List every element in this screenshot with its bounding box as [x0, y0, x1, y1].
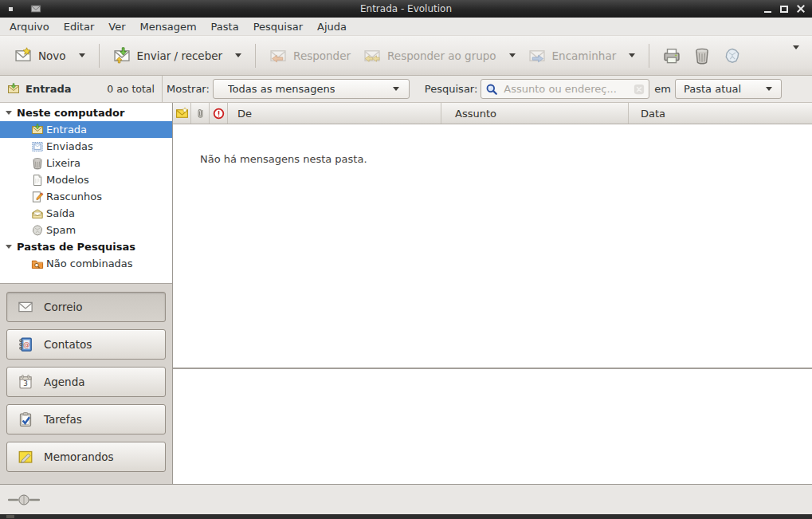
menu-mensagem[interactable]: Mensagem — [133, 18, 204, 35]
mail-icon — [18, 299, 33, 315]
new-button[interactable]: Novo — [8, 42, 92, 69]
sent-icon — [31, 140, 44, 153]
folder-lixeira[interactable]: Lixeira — [0, 155, 172, 171]
reply-icon — [269, 47, 287, 65]
status-bar — [0, 484, 812, 514]
toolbar-overflow-button[interactable] — [782, 43, 804, 68]
message-list-pane: De Assunto Data Não há mensagens nesta p… — [173, 103, 812, 484]
folder-rascunhos[interactable]: Rascunhos — [0, 188, 172, 205]
new-mail-icon — [14, 47, 32, 65]
expander-icon[interactable] — [6, 111, 12, 115]
bottom-strip-dot — [6, 515, 14, 518]
folder-label: Saída — [46, 207, 75, 219]
print-button[interactable] — [657, 42, 687, 69]
search-scope-value: Pasta atual — [684, 83, 741, 95]
column-attachment[interactable] — [191, 103, 210, 124]
tree-group-pastas-de-pesquisas[interactable]: Pastas de Pesquisas — [0, 238, 172, 255]
switcher-tarefas-button[interactable]: Tarefas — [6, 404, 166, 434]
column-data[interactable]: Data — [629, 103, 812, 124]
folder-enviadas[interactable]: Enviadas — [0, 138, 172, 155]
templates-icon — [31, 174, 44, 187]
drafts-icon — [31, 191, 44, 203]
folder-label: Lixeira — [46, 157, 80, 169]
search-entry — [481, 79, 649, 99]
chevron-down-icon — [235, 53, 241, 57]
print-icon — [663, 47, 681, 65]
folder-nao-combinadas[interactable]: Não combinadas — [0, 255, 172, 272]
delete-button[interactable] — [687, 42, 717, 69]
switcher-label: Contatos — [44, 338, 92, 351]
send-receive-icon — [113, 47, 131, 65]
filter-bar: Entrada 0 ao total Mostrar: Todas as men… — [0, 76, 812, 103]
switcher-agenda-button[interactable]: 3 Agenda — [6, 367, 166, 397]
switcher-contatos-button[interactable]: @ Contatos — [6, 329, 166, 360]
window-maximize-button[interactable] — [779, 3, 790, 14]
folder-label: Não combinadas — [46, 258, 133, 269]
window-controls — [762, 3, 806, 14]
memos-icon — [18, 449, 33, 465]
titlebar-dot — [9, 7, 13, 11]
switcher-memorandos-button[interactable]: Memorandos — [6, 442, 166, 472]
reply-label: Responder — [293, 49, 351, 62]
trash-icon — [693, 47, 711, 65]
svg-text:3: 3 — [23, 379, 28, 387]
folder-spam[interactable]: Spam — [0, 222, 172, 238]
column-status[interactable] — [173, 103, 191, 124]
menu-pesquisar[interactable]: Pesquisar — [246, 18, 310, 35]
junk-button[interactable] — [717, 42, 747, 69]
folder-entrada[interactable]: Entrada — [0, 121, 172, 138]
column-de[interactable]: De — [228, 103, 441, 124]
minimize-icon — [764, 11, 771, 13]
scope-label: em — [654, 83, 671, 95]
svg-text:@: @ — [23, 340, 29, 348]
search-input[interactable] — [502, 82, 630, 96]
attachment-icon — [194, 108, 206, 120]
sidebar: Neste computador Entrada Enviadas Lixeir… — [0, 103, 173, 484]
menu-editar[interactable]: Editar — [57, 18, 102, 35]
tree-group-label: Neste computador — [17, 107, 124, 119]
calendar-icon: 3 — [18, 374, 33, 390]
junk-icon — [724, 47, 741, 65]
maximize-icon — [780, 6, 788, 13]
folder-label: Rascunhos — [46, 191, 102, 202]
folder-label: Entrada — [46, 124, 87, 136]
chevron-down-icon — [509, 53, 516, 57]
search-label: Pesquisar: — [425, 83, 478, 95]
message-count: 0 ao total — [107, 83, 155, 95]
folder-label: Enviadas — [46, 140, 93, 152]
reply-all-icon — [363, 47, 381, 65]
switcher-correio-button[interactable]: Correio — [6, 292, 166, 322]
tree-group-neste-computador[interactable]: Neste computador — [0, 104, 172, 121]
menu-ver[interactable]: Ver — [101, 18, 132, 35]
show-filter-dropdown[interactable]: Todas as mensagens — [213, 79, 410, 99]
menu-ajuda[interactable]: Ajuda — [310, 18, 354, 35]
window-minimize-button[interactable] — [762, 3, 773, 14]
forward-button[interactable]: Encaminhar — [522, 42, 642, 69]
window-close-button[interactable] — [795, 3, 806, 14]
menu-pasta[interactable]: Pasta — [204, 18, 246, 35]
switcher-label: Agenda — [44, 375, 85, 388]
window-title: Entrada - Evolution — [0, 3, 812, 14]
reply-group-label: Responder ao grupo — [387, 49, 496, 62]
chevron-down-icon — [629, 53, 635, 57]
chevron-down-icon — [79, 53, 85, 57]
preview-pane — [173, 369, 812, 484]
menu-arquivo[interactable]: Arquivo — [2, 18, 57, 35]
expander-icon[interactable] — [6, 245, 12, 249]
chevron-down-icon — [766, 87, 772, 91]
message-list-header: De Assunto Data — [173, 103, 812, 124]
send-receive-button[interactable]: Enviar / receber — [107, 42, 249, 69]
folder-saida[interactable]: Saída — [0, 205, 172, 222]
online-status-icon[interactable] — [8, 494, 40, 505]
clear-search-icon[interactable] — [634, 84, 645, 95]
column-priority[interactable] — [210, 103, 228, 124]
app-icon — [30, 3, 41, 14]
search-scope-dropdown[interactable]: Pasta atual — [675, 79, 782, 99]
folder-modelos[interactable]: Modelos — [0, 171, 172, 188]
inbox-icon — [7, 83, 20, 96]
component-switcher: Correio @ Contatos 3 Agenda Tarefas Memo… — [0, 284, 172, 484]
reply-button[interactable]: Responder — [263, 42, 357, 69]
message-status-icon — [175, 107, 189, 120]
column-assunto[interactable]: Assunto — [441, 103, 629, 124]
reply-group-button[interactable]: Responder ao grupo — [357, 42, 522, 69]
